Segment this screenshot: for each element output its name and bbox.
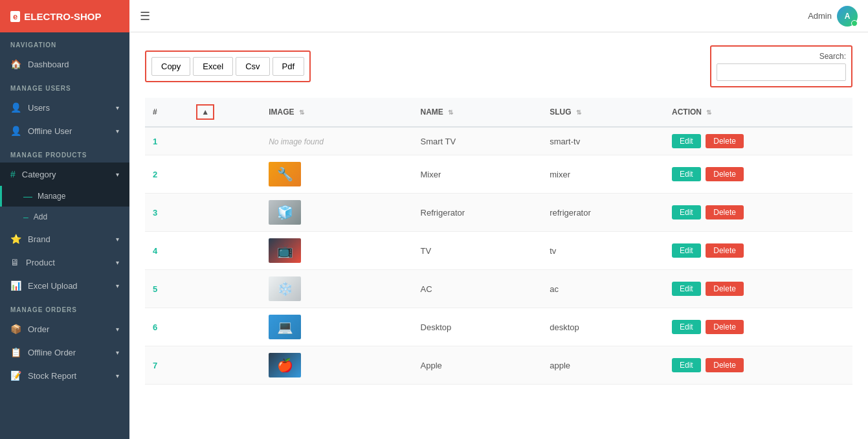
cell-name: TV bbox=[413, 232, 542, 270]
sidebar: e ELECTRO-SHOP NAVIGATION 🏠 Dashboard MA… bbox=[0, 0, 129, 439]
manage-products-section-label: MANAGE PRODUCTS bbox=[0, 142, 129, 163]
sidebar-item-label: Offline Order bbox=[28, 348, 76, 357]
sidebar-item-label: Users bbox=[28, 103, 50, 113]
cell-num: 2 bbox=[145, 155, 188, 194]
cell-action: Edit Delete bbox=[664, 127, 852, 155]
main-wrapper: ☰ Admin A Copy Excel Csv Pdf Search: bbox=[129, 0, 868, 439]
sidebar-subitem-add[interactable]: – Add bbox=[0, 207, 129, 227]
delete-button[interactable]: Delete bbox=[706, 358, 744, 372]
delete-button[interactable]: Delete bbox=[706, 205, 744, 220]
edit-button[interactable]: Edit bbox=[672, 282, 701, 296]
table-header-row: # ▲ IMAGE ⇅ NAME ⇅ SLUG ⇅ ACTION ⇅ bbox=[145, 98, 852, 127]
col-name: NAME ⇅ bbox=[413, 98, 542, 127]
delete-button[interactable]: Delete bbox=[706, 134, 744, 148]
table-row: 7 🍎 Apple apple Edit Delete bbox=[145, 346, 852, 385]
topbar-right: Admin A bbox=[808, 6, 858, 27]
pdf-button[interactable]: Pdf bbox=[273, 57, 305, 76]
product-image: 🔧 bbox=[269, 162, 301, 186]
cell-action: Edit Delete bbox=[664, 232, 852, 270]
nav-section-label: NAVIGATION bbox=[0, 32, 129, 52]
cell-image: 🔧 bbox=[261, 155, 412, 194]
cell-image: ❄️ bbox=[261, 270, 412, 308]
sidebar-item-brand[interactable]: ⭐ Brand ▾ bbox=[0, 227, 129, 251]
sidebar-item-users[interactable]: 👤 Users ▾ bbox=[0, 96, 129, 119]
delete-button[interactable]: Delete bbox=[706, 320, 744, 334]
edit-button[interactable]: Edit bbox=[672, 205, 701, 220]
sidebar-subitem-manage[interactable]: — Manage bbox=[0, 186, 129, 207]
delete-button[interactable]: Delete bbox=[706, 167, 744, 181]
table-row: 4 📺 TV tv Edit Delete bbox=[145, 232, 852, 270]
chevron-down-icon: ▾ bbox=[116, 372, 119, 379]
category-icon: # bbox=[10, 169, 16, 179]
cell-slug: tv bbox=[542, 232, 664, 270]
cell-name: AC bbox=[413, 270, 542, 308]
avatar: A bbox=[837, 6, 858, 27]
edit-button[interactable]: Edit bbox=[672, 358, 701, 372]
product-image: 📺 bbox=[269, 238, 301, 263]
checkbox-icon[interactable]: ▲ bbox=[196, 104, 214, 120]
cell-slug: refrigerator bbox=[542, 194, 664, 232]
offline-order-icon: 📋 bbox=[10, 347, 21, 357]
sidebar-item-label: Dashboard bbox=[28, 60, 69, 69]
chevron-down-icon: ▾ bbox=[116, 259, 119, 266]
sidebar-item-category[interactable]: # Category ▾ bbox=[0, 163, 129, 186]
content-area: Copy Excel Csv Pdf Search: # ▲ IMAGE ⇅ N… bbox=[129, 32, 868, 439]
product-image: 🍎 bbox=[269, 353, 301, 377]
table-row: 5 ❄️ AC ac Edit Delete bbox=[145, 270, 852, 308]
cell-checkbox bbox=[188, 346, 261, 385]
cell-image: 🧊 bbox=[261, 194, 412, 232]
cell-action: Edit Delete bbox=[664, 194, 852, 232]
edit-button[interactable]: Edit bbox=[672, 320, 701, 334]
cell-checkbox bbox=[188, 155, 261, 194]
brand-icon: ⭐ bbox=[10, 234, 21, 244]
sidebar-item-product[interactable]: 🖥 Product ▾ bbox=[0, 251, 129, 274]
edit-button[interactable]: Edit bbox=[672, 134, 701, 148]
copy-button[interactable]: Copy bbox=[151, 57, 190, 76]
cell-image: 🍎 bbox=[261, 346, 412, 385]
cell-action: Edit Delete bbox=[664, 308, 852, 346]
cell-checkbox bbox=[188, 308, 261, 346]
cell-num: 6 bbox=[145, 308, 188, 346]
search-input[interactable] bbox=[717, 63, 846, 81]
cell-action: Edit Delete bbox=[664, 270, 852, 308]
cell-slug: smart-tv bbox=[542, 127, 664, 155]
dashboard-icon: 🏠 bbox=[10, 59, 21, 69]
delete-button[interactable]: Delete bbox=[706, 282, 744, 296]
excel-button[interactable]: Excel bbox=[193, 57, 233, 76]
delete-button[interactable]: Delete bbox=[706, 243, 744, 258]
edit-button[interactable]: Edit bbox=[672, 243, 701, 258]
col-action: ACTION ⇅ bbox=[664, 98, 852, 127]
chevron-down-icon: ▾ bbox=[116, 128, 119, 135]
users-icon: 👤 bbox=[10, 102, 21, 113]
csv-button[interactable]: Csv bbox=[236, 57, 269, 76]
chevron-down-icon: ▾ bbox=[116, 104, 119, 111]
menu-toggle-button[interactable]: ☰ bbox=[140, 9, 150, 23]
search-box: Search: bbox=[710, 45, 852, 87]
dash-icon: — bbox=[23, 191, 32, 201]
cell-num: 7 bbox=[145, 346, 188, 385]
cell-image: 📺 bbox=[261, 232, 412, 270]
product-image: ❄️ bbox=[269, 276, 301, 301]
sidebar-item-order[interactable]: 📦 Order ▾ bbox=[0, 317, 129, 341]
cell-slug: apple bbox=[542, 346, 664, 385]
sidebar-item-label: Brand bbox=[28, 234, 50, 244]
sidebar-item-stock-report[interactable]: 📝 Stock Report ▾ bbox=[0, 364, 129, 387]
sidebar-item-offline-order[interactable]: 📋 Offline Order ▾ bbox=[0, 341, 129, 364]
chevron-down-icon: ▾ bbox=[116, 236, 119, 243]
toolbar: Copy Excel Csv Pdf Search: bbox=[145, 45, 852, 87]
sidebar-item-excel-upload[interactable]: 📊 Excel Upload ▾ bbox=[0, 274, 129, 297]
app-name: ELECTRO-SHOP bbox=[24, 11, 101, 22]
sidebar-item-label: Stock Report bbox=[28, 371, 76, 381]
admin-label: Admin bbox=[808, 11, 832, 21]
chevron-down-icon: ▾ bbox=[116, 282, 119, 289]
cell-slug: ac bbox=[542, 270, 664, 308]
cell-name: Refrigerator bbox=[413, 194, 542, 232]
edit-button[interactable]: Edit bbox=[672, 167, 701, 181]
sidebar-item-dashboard[interactable]: 🏠 Dashboard bbox=[0, 52, 129, 76]
manage-orders-section-label: MANAGE ORDERS bbox=[0, 297, 129, 317]
col-slug: SLUG ⇅ bbox=[542, 98, 664, 127]
stock-report-icon: 📝 bbox=[10, 370, 21, 381]
cell-image: No image found bbox=[261, 127, 412, 155]
export-buttons-group: Copy Excel Csv Pdf bbox=[145, 51, 311, 82]
sidebar-item-offline-user[interactable]: 👤 Offline User ▾ bbox=[0, 119, 129, 142]
